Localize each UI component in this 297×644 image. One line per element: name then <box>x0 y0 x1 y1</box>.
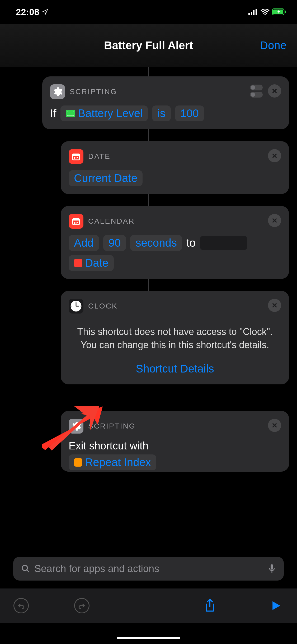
battery-icon <box>272 8 286 15</box>
svg-rect-3 <box>256 9 257 15</box>
status-time-text: 22:08 <box>16 7 39 17</box>
delete-action-button[interactable] <box>268 419 281 432</box>
microphone-icon[interactable] <box>268 564 276 574</box>
search-icon <box>21 564 30 573</box>
svg-point-13 <box>74 158 75 159</box>
value-pill[interactable]: 100 <box>175 105 204 121</box>
status-bar: 22:08 <box>0 0 297 24</box>
app-label: CALENDAR <box>88 217 135 226</box>
calendar-icon <box>69 149 83 164</box>
shortcut-details-link[interactable]: Shortcut Details <box>69 360 281 376</box>
svg-point-10 <box>74 157 75 158</box>
svg-point-29 <box>71 306 72 306</box>
nav-bar: Battery Full Alert Done <box>0 24 297 67</box>
svg-line-31 <box>27 570 29 572</box>
svg-point-21 <box>76 223 77 224</box>
svg-point-4 <box>265 14 266 15</box>
svg-rect-16 <box>73 219 79 220</box>
app-label: SCRIPTING <box>70 88 117 96</box>
svg-rect-32 <box>271 564 273 570</box>
home-indicator[interactable] <box>117 637 180 639</box>
svg-point-12 <box>77 157 78 158</box>
play-button[interactable] <box>268 598 284 614</box>
connector <box>148 194 149 206</box>
connector <box>148 67 149 76</box>
date-card[interactable]: DATE Current Date <box>61 141 289 194</box>
cellular-icon <box>248 9 258 15</box>
svg-point-19 <box>77 222 78 223</box>
scripting-if-card[interactable]: SCRIPTING If Battery Level is 100 <box>42 76 289 129</box>
permission-message: This shortcut does not have access to "C… <box>69 320 281 360</box>
variable-battery-level[interactable]: Battery Level <box>60 105 148 121</box>
svg-point-17 <box>74 222 75 223</box>
connector <box>148 279 149 291</box>
app-label: SCRIPTING <box>88 422 135 430</box>
date-label: Date <box>85 257 109 269</box>
wifi-icon <box>261 9 270 15</box>
to-keyword: to <box>186 237 196 249</box>
svg-point-20 <box>74 223 75 224</box>
svg-point-11 <box>76 157 77 158</box>
current-date-pill[interactable]: Current Date <box>69 170 143 186</box>
operator-pill[interactable]: is <box>152 105 171 121</box>
battery-mini-icon <box>66 110 75 117</box>
svg-point-28 <box>76 310 76 311</box>
location-icon <box>42 9 48 15</box>
repeat-mini-icon <box>74 458 82 467</box>
svg-rect-0 <box>248 13 250 15</box>
gear-icon <box>50 84 65 99</box>
svg-rect-7 <box>285 11 286 13</box>
delete-action-button[interactable] <box>268 84 281 98</box>
card-options-toggle[interactable] <box>250 85 263 98</box>
app-label: CLOCK <box>88 302 117 310</box>
calendar-mini-icon <box>74 259 82 267</box>
search-input[interactable] <box>34 563 264 574</box>
share-button[interactable] <box>202 598 218 614</box>
delete-action-button[interactable] <box>268 149 281 162</box>
unit-pill[interactable]: seconds <box>130 235 182 251</box>
status-icons <box>248 8 286 15</box>
svg-point-26 <box>76 301 76 302</box>
svg-rect-9 <box>73 154 79 156</box>
svg-rect-1 <box>251 12 252 15</box>
shortcut-editor[interactable]: SCRIPTING If Battery Level is 100 <box>0 67 297 472</box>
done-button[interactable]: Done <box>260 39 286 52</box>
status-time: 22:08 <box>16 7 48 17</box>
exit-text: Exit shortcut with <box>69 440 148 452</box>
scripting-exit-card[interactable]: SCRIPTING Exit shortcut with Repeat Inde… <box>61 411 289 472</box>
if-keyword: If <box>50 107 56 120</box>
svg-point-14 <box>76 158 77 159</box>
redo-button[interactable] <box>74 598 90 614</box>
svg-rect-2 <box>253 10 254 15</box>
delete-action-button[interactable] <box>268 214 281 227</box>
num-pill[interactable]: 90 <box>103 235 126 251</box>
toolbar <box>0 588 297 623</box>
clock-card[interactable]: CLOCK This shortcut does not have access… <box>61 291 289 384</box>
clock-icon <box>69 299 83 314</box>
empty-pill[interactable] <box>200 236 247 250</box>
repeat-label: Repeat Index <box>85 456 151 469</box>
svg-point-27 <box>80 306 81 306</box>
svg-point-18 <box>76 222 77 223</box>
delete-action-button[interactable] <box>268 299 281 312</box>
variable-name: Battery Level <box>78 107 143 120</box>
calendar-icon <box>69 214 83 229</box>
connector <box>148 129 149 141</box>
app-label: DATE <box>88 152 111 161</box>
undo-button[interactable] <box>13 598 29 614</box>
page-title: Battery Full Alert <box>104 39 193 52</box>
search-bar[interactable] <box>13 557 284 581</box>
add-pill[interactable]: Add <box>69 235 99 251</box>
calendar-card[interactable]: CALENDAR Add 90 seconds to Date <box>61 206 289 279</box>
date-variable-pill[interactable]: Date <box>69 255 114 271</box>
repeat-index-pill[interactable]: Repeat Index <box>69 454 156 470</box>
gear-icon <box>69 419 83 434</box>
